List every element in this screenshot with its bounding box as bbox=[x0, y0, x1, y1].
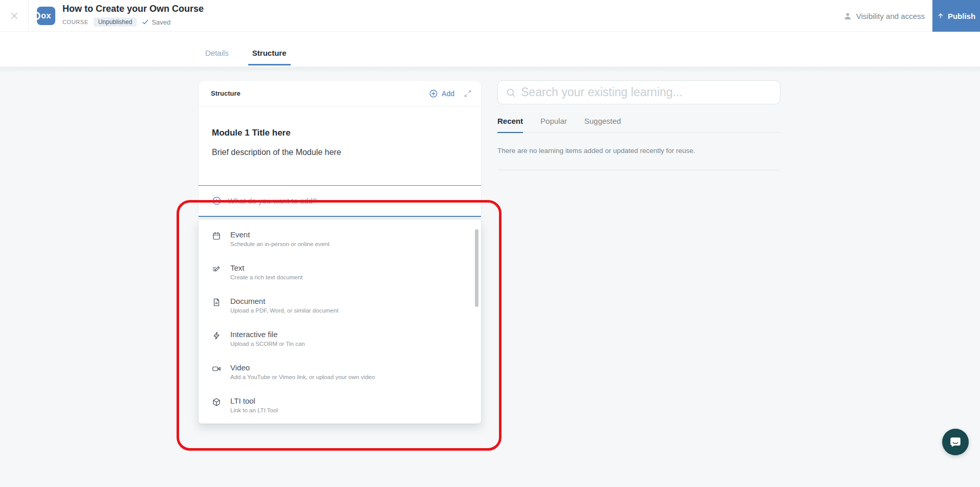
tab-details[interactable]: Details bbox=[201, 49, 233, 67]
status-badge: Unpublished bbox=[94, 17, 137, 27]
close-icon bbox=[10, 11, 19, 20]
saved-indicator: Saved bbox=[142, 18, 170, 26]
dropdown-item-label: Text bbox=[230, 263, 461, 272]
dropdown-item-event[interactable]: Event Schedule an in-person or online ev… bbox=[199, 224, 481, 257]
course-title-block: How to Create your Own Course COURSE Unp… bbox=[62, 4, 204, 27]
calendar-icon bbox=[212, 231, 221, 240]
visibility-and-access-button[interactable]: Visibility and access bbox=[843, 0, 925, 32]
dropdown-item-label: Document bbox=[230, 297, 461, 305]
structure-panel-title: Structure bbox=[211, 90, 429, 97]
add-item-placeholder: What do you want to add? bbox=[228, 196, 317, 205]
dropdown-item-label: Interactive file bbox=[230, 330, 461, 339]
check-icon bbox=[142, 18, 149, 26]
dropdown-item-video[interactable]: Video Add a YouTube or Vimeo link, or up… bbox=[199, 357, 481, 390]
dropdown-item-label: LTI tool bbox=[230, 396, 461, 405]
saved-label: Saved bbox=[151, 18, 170, 26]
dropdown-item-document[interactable]: Document Upload a PDF, Word, or similar … bbox=[199, 291, 481, 324]
publish-button[interactable]: Publish bbox=[932, 0, 980, 32]
upload-arrow-icon bbox=[937, 12, 944, 19]
module-editor: Module 1 Title here Brief description of… bbox=[199, 106, 481, 186]
add-button-label: Add bbox=[442, 90, 454, 98]
app-logo: ox bbox=[37, 7, 55, 25]
visibility-label: Visibility and access bbox=[856, 12, 925, 20]
dropdown-item-description: Schedule an in-person or online event bbox=[230, 241, 461, 247]
library-divider bbox=[497, 170, 780, 170]
expand-icon[interactable] bbox=[464, 90, 472, 98]
add-button[interactable]: Add bbox=[429, 89, 454, 98]
document-icon bbox=[212, 298, 221, 307]
dropdown-item-text[interactable]: Text Create a rich text document bbox=[199, 257, 481, 291]
publish-label: Publish bbox=[948, 12, 975, 20]
search-input[interactable] bbox=[521, 85, 772, 99]
page-title: How to Create your Own Course bbox=[62, 4, 204, 14]
structure-panel-header: Structure Add bbox=[199, 81, 481, 106]
module-description-input[interactable]: Brief description of the Module here bbox=[212, 148, 468, 157]
search-icon bbox=[506, 87, 516, 98]
add-item-input[interactable]: What do you want to add? bbox=[199, 186, 481, 217]
library-empty-message: There are no learning items added or upd… bbox=[497, 147, 780, 154]
logo-ring-shape bbox=[37, 12, 40, 20]
dropdown-item-description: Upload a PDF, Word, or similar document bbox=[230, 307, 461, 314]
close-button[interactable] bbox=[0, 0, 29, 32]
dropdown-item-lti-tool[interactable]: LTI tool Link to an LTI Tool bbox=[199, 390, 481, 424]
course-type-label: COURSE bbox=[62, 19, 89, 25]
structure-panel: Structure Add Module 1 Title here Brief … bbox=[199, 81, 481, 217]
dropdown-scrollbar[interactable] bbox=[475, 229, 478, 307]
dropdown-item-description: Link to an LTI Tool bbox=[230, 407, 461, 413]
library-tabs: Recent Popular Suggested bbox=[497, 117, 780, 132]
person-icon bbox=[843, 12, 852, 20]
tab-suggested[interactable]: Suggested bbox=[584, 117, 621, 125]
module-title-input[interactable]: Module 1 Title here bbox=[212, 128, 468, 138]
dropdown-item-label: Video bbox=[230, 363, 461, 372]
main-tabbar: Details Structure bbox=[0, 32, 980, 67]
plus-circle-icon bbox=[429, 89, 438, 98]
text-edit-icon bbox=[212, 264, 221, 274]
dropdown-item-description: Create a rich text document bbox=[230, 274, 461, 280]
chat-bubble-icon bbox=[949, 435, 962, 449]
dropdown-item-description: Add a YouTube or Vimeo link, or upload y… bbox=[230, 374, 461, 380]
tab-popular[interactable]: Popular bbox=[540, 117, 567, 125]
app-header: ox How to Create your Own Course COURSE … bbox=[0, 0, 980, 32]
library-search-box bbox=[497, 80, 780, 104]
video-camera-icon bbox=[212, 364, 221, 373]
tab-structure[interactable]: Structure bbox=[248, 49, 291, 67]
cube-icon bbox=[212, 397, 221, 407]
library-panel: Recent Popular Suggested There are no le… bbox=[497, 80, 780, 170]
tab-recent[interactable]: Recent bbox=[497, 117, 523, 125]
plus-circle-icon bbox=[212, 196, 222, 206]
logo-text: ox bbox=[41, 11, 51, 20]
dropdown-item-label: Event bbox=[230, 230, 461, 239]
lightning-icon bbox=[212, 331, 221, 340]
add-item-dropdown: Event Schedule an in-person or online ev… bbox=[199, 220, 481, 424]
dropdown-item-interactive-file[interactable]: Interactive file Upload a SCORM or Tin c… bbox=[199, 324, 481, 357]
dropdown-item-description: Upload a SCORM or Tin can bbox=[230, 341, 461, 347]
chat-launcher-button[interactable] bbox=[942, 429, 969, 455]
